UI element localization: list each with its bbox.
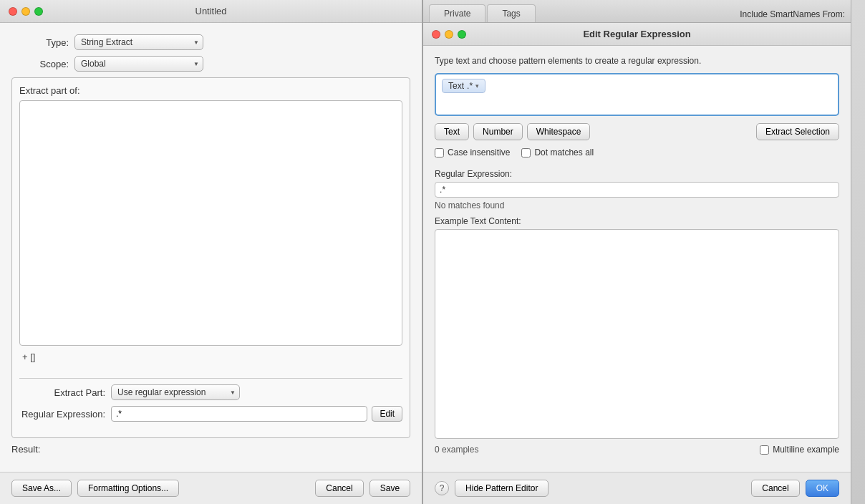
divider — [19, 378, 402, 379]
no-matches-text: No matches found — [435, 200, 839, 210]
regex-input[interactable] — [111, 406, 367, 422]
save-as-button[interactable]: Save As... — [11, 480, 72, 497]
case-insensitive-label[interactable]: Case insensitive — [435, 147, 510, 158]
case-insensitive-checkbox[interactable] — [435, 148, 444, 158]
right-sidebar-scrollbar — [851, 0, 865, 504]
dialog-traffic-lights — [432, 30, 466, 39]
pattern-tag-arrow-icon: ▾ — [475, 82, 479, 89]
extract-part-label: Extract Part: — [19, 387, 105, 398]
extract-part-select[interactable]: Use regular expression — [111, 384, 240, 400]
case-insensitive-text: Case insensitive — [448, 147, 510, 158]
dialog-minimize-light[interactable] — [445, 30, 453, 39]
dialog-close-light[interactable] — [432, 30, 440, 39]
regex-display-field: .* — [435, 182, 839, 198]
left-titlebar: Untitled — [0, 0, 422, 23]
extract-part-of-label: Extract part of: — [19, 85, 402, 96]
extract-part-select-wrapper[interactable]: Use regular expression — [111, 384, 240, 400]
dialog-content: Type text and choose pattern elements to… — [423, 46, 851, 472]
checkboxes-row: Case insensitive Dot matches all — [435, 147, 839, 158]
formatting-options-button[interactable]: Formatting Options... — [77, 480, 179, 497]
type-select[interactable]: String Extract — [74, 34, 203, 50]
pattern-tag-text[interactable]: Text .* ▾ — [442, 79, 485, 93]
help-button[interactable]: ? — [435, 481, 449, 495]
tab-private[interactable]: Private — [429, 4, 485, 22]
multiline-checkbox[interactable] — [760, 445, 769, 455]
dialog-instructions: Type text and choose pattern elements to… — [435, 56, 839, 66]
left-window: Untitled Type: String Extract Scope: Glo… — [0, 0, 422, 504]
left-window-title: Untitled — [195, 6, 226, 16]
regex-label: Regular Expression: — [19, 409, 105, 420]
dialog-title: Edit Regular Expression — [583, 29, 690, 39]
bottom-info-row: 0 examples Multiline example — [435, 445, 839, 455]
close-traffic-light[interactable] — [9, 7, 17, 16]
extract-part-row: Extract Part: Use regular expression — [19, 384, 402, 400]
type-label: Type: — [11, 37, 69, 48]
dialog-titlebar: Edit Regular Expression — [423, 23, 851, 46]
type-row: Type: String Extract — [11, 34, 410, 50]
dialog-cancel-button[interactable]: Cancel — [751, 480, 799, 497]
dot-matches-all-checkbox[interactable] — [521, 148, 531, 158]
cancel-button[interactable]: Cancel — [315, 480, 363, 497]
hide-pattern-editor-button[interactable]: Hide Pattern Editor — [455, 480, 549, 497]
maximize-traffic-light[interactable] — [34, 7, 43, 16]
scope-row: Scope: Global — [11, 56, 410, 72]
regex-display-value: .* — [440, 185, 445, 195]
scope-select[interactable]: Global — [74, 56, 203, 72]
dialog-maximize-light[interactable] — [458, 30, 466, 39]
example-text-label: Example Text Content: — [435, 216, 839, 226]
regex-section-label: Regular Expression: — [435, 169, 839, 179]
save-button[interactable]: Save — [369, 480, 410, 497]
list-box — [19, 100, 402, 346]
pattern-tag-label: Text — [448, 81, 464, 91]
right-dialog: Private Tags Include SmartNames From: Ed… — [422, 0, 851, 504]
example-textarea[interactable] — [435, 229, 839, 439]
extract-section: Extract part of: + [] Extract Part: Use … — [11, 77, 410, 438]
result-label: Result: — [11, 444, 410, 455]
scope-label: Scope: — [11, 59, 69, 69]
left-content: Type: String Extract Scope: Global Extra… — [0, 23, 422, 472]
multiline-label[interactable]: Multiline example — [760, 445, 839, 455]
type-select-wrapper[interactable]: String Extract — [74, 34, 203, 50]
traffic-lights — [9, 7, 43, 16]
include-smartnames-label: Include SmartNames From: — [740, 9, 845, 22]
tab-tags[interactable]: Tags — [487, 4, 535, 22]
extract-selection-button[interactable]: Extract Selection — [756, 123, 839, 140]
top-tabs-bar: Private Tags Include SmartNames From: — [423, 0, 851, 23]
whitespace-button[interactable]: Whitespace — [527, 123, 591, 140]
pattern-tag-value: .* — [467, 81, 473, 91]
edit-button[interactable]: Edit — [372, 406, 402, 422]
examples-count: 0 examples — [435, 445, 478, 455]
scope-select-wrapper[interactable]: Global — [74, 56, 203, 72]
list-box-footer: + [] — [19, 350, 402, 364]
dot-matches-all-text: Dot matches all — [534, 147, 594, 158]
regex-row: Regular Expression: Edit — [19, 406, 402, 422]
number-button[interactable]: Number — [473, 123, 523, 140]
dialog-bottom-buttons: ? Hide Pattern Editor Cancel OK — [423, 472, 851, 504]
minimize-traffic-light[interactable] — [21, 7, 30, 16]
pattern-buttons-row: Text Number Whitespace Extract Selection — [435, 123, 839, 140]
dot-matches-all-label[interactable]: Dot matches all — [521, 147, 594, 158]
multiline-text: Multiline example — [773, 445, 839, 455]
left-bottom-buttons: Save As... Formatting Options... Cancel … — [0, 472, 422, 504]
pattern-editor-area[interactable]: Text .* ▾ — [435, 73, 839, 116]
add-list-item-button[interactable]: + [] — [19, 350, 38, 364]
text-button[interactable]: Text — [435, 123, 469, 140]
ok-button[interactable]: OK — [806, 480, 839, 497]
